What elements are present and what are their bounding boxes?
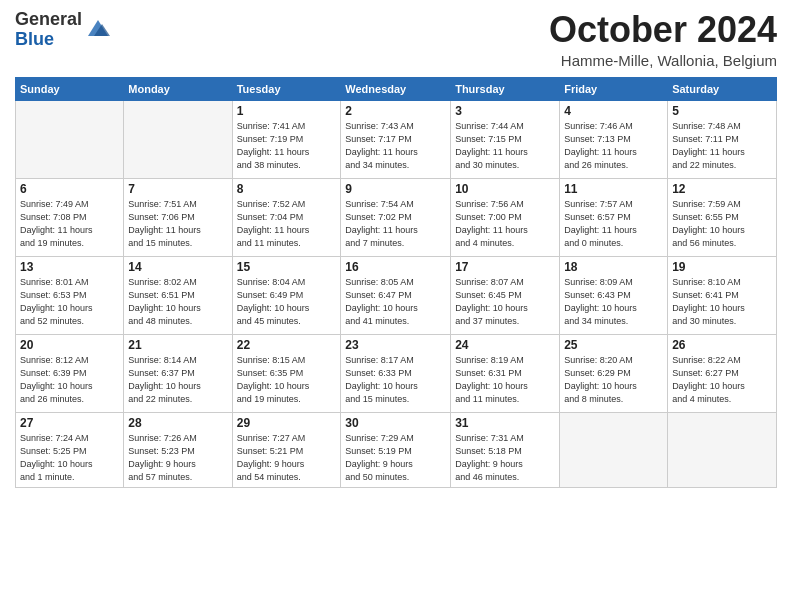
calendar-cell: 5Sunrise: 7:48 AMSunset: 7:11 PMDaylight… bbox=[668, 100, 777, 178]
weekday-header-sunday: Sunday bbox=[16, 77, 124, 100]
day-info: Sunrise: 7:27 AMSunset: 5:21 PMDaylight:… bbox=[237, 432, 337, 484]
day-number: 31 bbox=[455, 416, 555, 430]
logo: General Blue bbox=[15, 10, 112, 50]
day-number: 22 bbox=[237, 338, 337, 352]
day-info: Sunrise: 7:41 AMSunset: 7:19 PMDaylight:… bbox=[237, 120, 337, 172]
weekday-header-thursday: Thursday bbox=[451, 77, 560, 100]
page: General Blue October 2024 Hamme-Mille, W… bbox=[0, 0, 792, 612]
calendar-cell: 13Sunrise: 8:01 AMSunset: 6:53 PMDayligh… bbox=[16, 256, 124, 334]
day-number: 18 bbox=[564, 260, 663, 274]
calendar-cell: 9Sunrise: 7:54 AMSunset: 7:02 PMDaylight… bbox=[341, 178, 451, 256]
calendar-cell bbox=[560, 412, 668, 487]
calendar-cell: 25Sunrise: 8:20 AMSunset: 6:29 PMDayligh… bbox=[560, 334, 668, 412]
calendar-cell: 29Sunrise: 7:27 AMSunset: 5:21 PMDayligh… bbox=[232, 412, 341, 487]
day-info: Sunrise: 7:26 AMSunset: 5:23 PMDaylight:… bbox=[128, 432, 227, 484]
day-info: Sunrise: 7:57 AMSunset: 6:57 PMDaylight:… bbox=[564, 198, 663, 250]
calendar-cell bbox=[16, 100, 124, 178]
day-number: 28 bbox=[128, 416, 227, 430]
day-info: Sunrise: 8:04 AMSunset: 6:49 PMDaylight:… bbox=[237, 276, 337, 328]
day-number: 14 bbox=[128, 260, 227, 274]
day-info: Sunrise: 8:14 AMSunset: 6:37 PMDaylight:… bbox=[128, 354, 227, 406]
calendar-cell: 27Sunrise: 7:24 AMSunset: 5:25 PMDayligh… bbox=[16, 412, 124, 487]
day-number: 27 bbox=[20, 416, 119, 430]
day-number: 10 bbox=[455, 182, 555, 196]
day-number: 2 bbox=[345, 104, 446, 118]
calendar-cell: 11Sunrise: 7:57 AMSunset: 6:57 PMDayligh… bbox=[560, 178, 668, 256]
day-number: 4 bbox=[564, 104, 663, 118]
day-number: 6 bbox=[20, 182, 119, 196]
day-info: Sunrise: 7:48 AMSunset: 7:11 PMDaylight:… bbox=[672, 120, 772, 172]
calendar-cell: 28Sunrise: 7:26 AMSunset: 5:23 PMDayligh… bbox=[124, 412, 232, 487]
logo-blue-text: Blue bbox=[15, 30, 82, 50]
day-info: Sunrise: 7:46 AMSunset: 7:13 PMDaylight:… bbox=[564, 120, 663, 172]
weekday-header-monday: Monday bbox=[124, 77, 232, 100]
calendar-cell: 4Sunrise: 7:46 AMSunset: 7:13 PMDaylight… bbox=[560, 100, 668, 178]
day-number: 26 bbox=[672, 338, 772, 352]
day-info: Sunrise: 7:43 AMSunset: 7:17 PMDaylight:… bbox=[345, 120, 446, 172]
day-info: Sunrise: 7:29 AMSunset: 5:19 PMDaylight:… bbox=[345, 432, 446, 484]
calendar-cell: 16Sunrise: 8:05 AMSunset: 6:47 PMDayligh… bbox=[341, 256, 451, 334]
day-info: Sunrise: 8:07 AMSunset: 6:45 PMDaylight:… bbox=[455, 276, 555, 328]
day-number: 30 bbox=[345, 416, 446, 430]
day-number: 21 bbox=[128, 338, 227, 352]
calendar-cell: 14Sunrise: 8:02 AMSunset: 6:51 PMDayligh… bbox=[124, 256, 232, 334]
day-info: Sunrise: 8:05 AMSunset: 6:47 PMDaylight:… bbox=[345, 276, 446, 328]
day-number: 15 bbox=[237, 260, 337, 274]
calendar-cell: 3Sunrise: 7:44 AMSunset: 7:15 PMDaylight… bbox=[451, 100, 560, 178]
day-info: Sunrise: 7:52 AMSunset: 7:04 PMDaylight:… bbox=[237, 198, 337, 250]
calendar-cell: 6Sunrise: 7:49 AMSunset: 7:08 PMDaylight… bbox=[16, 178, 124, 256]
calendar-cell: 30Sunrise: 7:29 AMSunset: 5:19 PMDayligh… bbox=[341, 412, 451, 487]
calendar-cell: 21Sunrise: 8:14 AMSunset: 6:37 PMDayligh… bbox=[124, 334, 232, 412]
weekday-header-saturday: Saturday bbox=[668, 77, 777, 100]
day-info: Sunrise: 7:49 AMSunset: 7:08 PMDaylight:… bbox=[20, 198, 119, 250]
day-info: Sunrise: 7:31 AMSunset: 5:18 PMDaylight:… bbox=[455, 432, 555, 484]
day-info: Sunrise: 8:12 AMSunset: 6:39 PMDaylight:… bbox=[20, 354, 119, 406]
day-number: 5 bbox=[672, 104, 772, 118]
day-info: Sunrise: 8:17 AMSunset: 6:33 PMDaylight:… bbox=[345, 354, 446, 406]
week-row-1: 6Sunrise: 7:49 AMSunset: 7:08 PMDaylight… bbox=[16, 178, 777, 256]
weekday-header-friday: Friday bbox=[560, 77, 668, 100]
day-info: Sunrise: 7:44 AMSunset: 7:15 PMDaylight:… bbox=[455, 120, 555, 172]
calendar-cell: 22Sunrise: 8:15 AMSunset: 6:35 PMDayligh… bbox=[232, 334, 341, 412]
day-number: 13 bbox=[20, 260, 119, 274]
week-row-2: 13Sunrise: 8:01 AMSunset: 6:53 PMDayligh… bbox=[16, 256, 777, 334]
day-number: 17 bbox=[455, 260, 555, 274]
title-section: October 2024 Hamme-Mille, Wallonia, Belg… bbox=[549, 10, 777, 69]
day-info: Sunrise: 8:20 AMSunset: 6:29 PMDaylight:… bbox=[564, 354, 663, 406]
calendar-cell: 18Sunrise: 8:09 AMSunset: 6:43 PMDayligh… bbox=[560, 256, 668, 334]
header: General Blue October 2024 Hamme-Mille, W… bbox=[15, 10, 777, 69]
location-title: Hamme-Mille, Wallonia, Belgium bbox=[549, 52, 777, 69]
calendar-cell: 26Sunrise: 8:22 AMSunset: 6:27 PMDayligh… bbox=[668, 334, 777, 412]
day-number: 25 bbox=[564, 338, 663, 352]
day-number: 16 bbox=[345, 260, 446, 274]
day-number: 8 bbox=[237, 182, 337, 196]
weekday-header-tuesday: Tuesday bbox=[232, 77, 341, 100]
calendar-cell: 1Sunrise: 7:41 AMSunset: 7:19 PMDaylight… bbox=[232, 100, 341, 178]
day-number: 24 bbox=[455, 338, 555, 352]
week-row-0: 1Sunrise: 7:41 AMSunset: 7:19 PMDaylight… bbox=[16, 100, 777, 178]
day-info: Sunrise: 8:19 AMSunset: 6:31 PMDaylight:… bbox=[455, 354, 555, 406]
calendar-cell: 24Sunrise: 8:19 AMSunset: 6:31 PMDayligh… bbox=[451, 334, 560, 412]
calendar-cell: 12Sunrise: 7:59 AMSunset: 6:55 PMDayligh… bbox=[668, 178, 777, 256]
calendar-cell: 2Sunrise: 7:43 AMSunset: 7:17 PMDaylight… bbox=[341, 100, 451, 178]
day-info: Sunrise: 7:56 AMSunset: 7:00 PMDaylight:… bbox=[455, 198, 555, 250]
calendar-cell: 15Sunrise: 8:04 AMSunset: 6:49 PMDayligh… bbox=[232, 256, 341, 334]
day-number: 29 bbox=[237, 416, 337, 430]
day-number: 11 bbox=[564, 182, 663, 196]
weekday-header-wednesday: Wednesday bbox=[341, 77, 451, 100]
day-number: 20 bbox=[20, 338, 119, 352]
week-row-4: 27Sunrise: 7:24 AMSunset: 5:25 PMDayligh… bbox=[16, 412, 777, 487]
calendar-cell bbox=[668, 412, 777, 487]
day-number: 1 bbox=[237, 104, 337, 118]
day-number: 3 bbox=[455, 104, 555, 118]
calendar-cell: 23Sunrise: 8:17 AMSunset: 6:33 PMDayligh… bbox=[341, 334, 451, 412]
day-number: 23 bbox=[345, 338, 446, 352]
calendar-cell: 31Sunrise: 7:31 AMSunset: 5:18 PMDayligh… bbox=[451, 412, 560, 487]
calendar-cell: 7Sunrise: 7:51 AMSunset: 7:06 PMDaylight… bbox=[124, 178, 232, 256]
logo-general-text: General bbox=[15, 10, 82, 30]
day-info: Sunrise: 7:54 AMSunset: 7:02 PMDaylight:… bbox=[345, 198, 446, 250]
calendar-cell: 19Sunrise: 8:10 AMSunset: 6:41 PMDayligh… bbox=[668, 256, 777, 334]
day-info: Sunrise: 8:10 AMSunset: 6:41 PMDaylight:… bbox=[672, 276, 772, 328]
day-info: Sunrise: 7:59 AMSunset: 6:55 PMDaylight:… bbox=[672, 198, 772, 250]
weekday-header-row: SundayMondayTuesdayWednesdayThursdayFrid… bbox=[16, 77, 777, 100]
